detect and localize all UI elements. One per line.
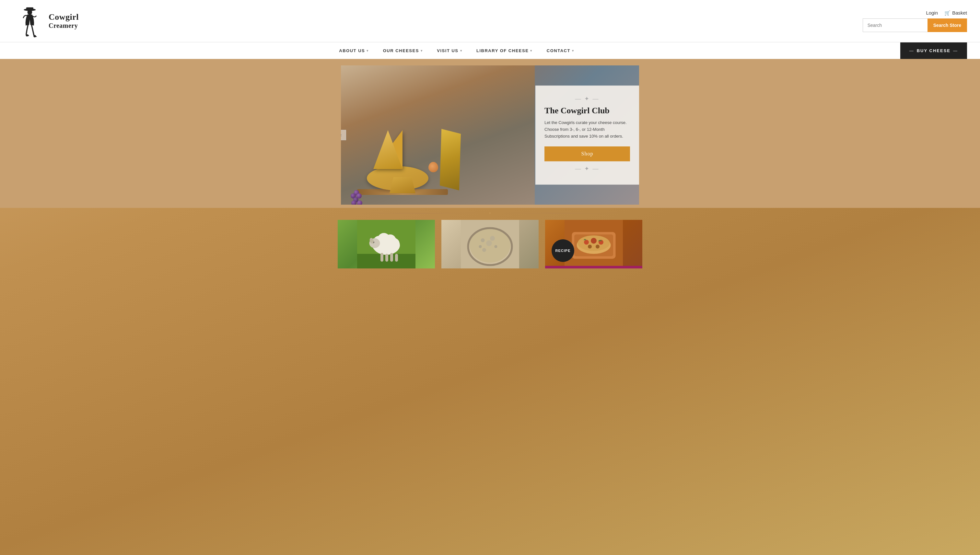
chevron-down-icon: ▾ — [367, 49, 369, 53]
svg-point-22 — [490, 236, 495, 241]
chevron-down-icon: ▾ — [572, 49, 574, 53]
chevron-down-icon: ▾ — [460, 49, 462, 53]
main-nav: ABOUT US ▾ OUR CHEESES ▾ VISIT US ▾ LIBR… — [0, 42, 980, 59]
basket-link[interactable]: 🛒 Basket — [945, 10, 967, 16]
svg-rect-15 — [385, 254, 388, 261]
svg-point-21 — [481, 238, 485, 242]
search-store-button[interactable]: Search Store — [927, 18, 967, 32]
promo-decorator-bottom: — ✦ — — [544, 165, 630, 172]
chevron-down-icon: ▾ — [421, 49, 423, 53]
recipe-image: RECIPE — [545, 220, 642, 268]
promo-box: — ✦ — The Cowgirl Club Let the Cowgirls … — [535, 85, 639, 184]
hero-section: — ✦ — The Cowgirl Club Let the Cowgirls … — [0, 59, 980, 208]
cheese-stack — [351, 91, 464, 195]
site-header: Cowgirl Creamery Login 🛒 Basket Search S… — [0, 0, 980, 42]
svg-point-2 — [27, 10, 32, 15]
login-link[interactable]: Login — [926, 10, 938, 16]
svg-point-36 — [588, 245, 592, 249]
hero-slide: — ✦ — The Cowgirl Club Let the Cowgirls … — [341, 66, 639, 205]
sheep-card[interactable] — [338, 220, 435, 268]
sheep-image — [338, 220, 435, 268]
svg-point-33 — [584, 240, 589, 245]
svg-rect-16 — [390, 253, 393, 261]
search-area: Search Store — [863, 18, 967, 32]
svg-point-37 — [595, 245, 600, 249]
svg-point-23 — [494, 245, 497, 248]
apple — [428, 162, 438, 172]
nav-item-about-us[interactable]: ABOUT US ▾ — [332, 42, 376, 59]
recipe-card-bar — [545, 266, 642, 268]
bottom-cards: RECIPE — [0, 220, 980, 275]
svg-point-26 — [479, 245, 482, 248]
nav-item-our-cheeses[interactable]: OUR CHEESES ▾ — [376, 42, 430, 59]
divider-line-right — [495, 213, 625, 213]
cheese-closeup-card[interactable] — [441, 220, 539, 268]
cheese-tall-block — [440, 129, 461, 190]
svg-point-34 — [591, 238, 597, 244]
nav-items: ABOUT US ▾ OUR CHEESES ▾ VISIT US ▾ LIBR… — [13, 42, 900, 59]
divider-row: ✦ — [0, 208, 980, 220]
promo-decorator: — ✦ — — [544, 95, 630, 102]
promo-title: The Cowgirl Club — [544, 106, 630, 115]
logo-text: Cowgirl Creamery — [48, 13, 79, 29]
svg-point-24 — [482, 248, 486, 252]
header-right-area: Login 🛒 Basket Search Store — [863, 10, 967, 32]
header-actions: Login 🛒 Basket — [926, 10, 967, 16]
divider-diamond: ✦ — [488, 210, 492, 216]
recipe-badge: RECIPE — [552, 239, 574, 262]
divider-line-left — [355, 213, 485, 213]
small-cheese-wedge — [389, 177, 415, 193]
buy-cheese-button[interactable]: — BUY CHEESE — — [900, 42, 967, 59]
slide-prev-arrow[interactable]: ‹ — [341, 130, 346, 140]
search-input[interactable] — [863, 18, 927, 32]
promo-description: Let the Cowgirls curate your cheese cour… — [544, 119, 630, 140]
chevron-down-icon: ▾ — [530, 49, 533, 53]
recipe-card[interactable]: RECIPE — [545, 220, 642, 268]
svg-point-25 — [486, 240, 492, 246]
cheese-closeup-image — [441, 220, 539, 268]
hero-cheese-image — [341, 66, 535, 205]
svg-point-9 — [390, 238, 399, 248]
promo-shop-button[interactable]: Shop — [544, 146, 630, 161]
svg-rect-17 — [395, 254, 398, 261]
basket-icon: 🛒 — [945, 10, 951, 16]
nav-item-visit-us[interactable]: VISIT US ▾ — [430, 42, 469, 59]
logo[interactable]: Cowgirl Creamery — [13, 3, 79, 39]
cheese-closeup-illustration — [445, 220, 535, 268]
nav-item-contact[interactable]: CONTACT ▾ — [539, 42, 581, 59]
nav-item-library-of-cheese[interactable]: LIBRARY OF CHEESE ▾ — [469, 42, 539, 59]
logo-icon — [13, 3, 45, 39]
svg-rect-14 — [380, 253, 383, 261]
sheep-illustration — [341, 220, 432, 268]
